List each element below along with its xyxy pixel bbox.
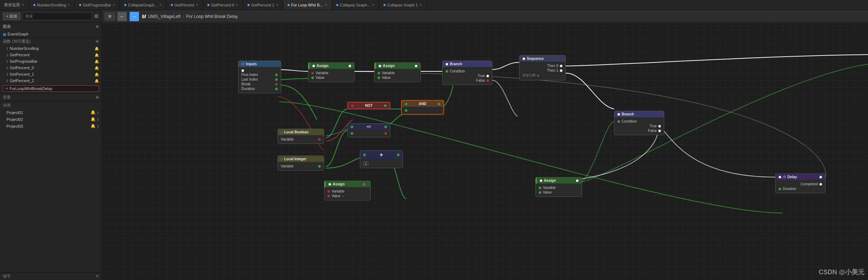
anim-item-2[interactable]: Project03 🔔 ↕ [0,123,102,129]
fn-bell-0: 🔔 [95,47,99,51]
pin-row-b2-false: False [617,129,661,133]
fn-icon-5: ƒ [6,79,8,82]
pin-label-a3-var: Variable [332,189,344,193]
node-inputs[interactable]: ⬡ Inputs First Index Last Index [238,61,281,93]
node-branch2-header: Branch [614,111,664,117]
animation-header: 动画 [0,101,102,109]
sidebar-item-getpercent[interactable]: ƒ GetPercent 🔔 [0,52,102,58]
vars-label: 变量 [3,95,11,100]
sidebar: + 添加 ⚙ 图表 ⊕ ▦ EventGraph 函数 (36可覆盖) ⊕ ƒ … [0,10,102,280]
pin-a4-var-in [539,186,541,189]
sidebar-item-eventgraph[interactable]: ▦ EventGraph [0,31,102,37]
tab-0[interactable]: 数效益图 ✕ [0,0,29,10]
main-area: + 添加 ⚙ 图表 ⊕ ▦ EventGraph 函数 (36可覆盖) ⊕ ƒ … [0,10,868,280]
node-and[interactable]: AND [401,100,444,115]
vars-add-icon[interactable]: ⊕ [96,95,99,100]
sidebar-item-setprogressbar[interactable]: ƒ SetProgressBar 🔔 [0,58,102,65]
canvas-area[interactable]: ⬡ Inputs First Index Last Index [102,23,868,280]
pin-b1-cond [445,70,448,73]
pin-b2-true [658,125,661,128]
node-assign1[interactable]: Assign Variable Value [308,62,355,82]
search-input[interactable] [23,12,92,20]
sidebar-item-getpercent2[interactable]: ƒ GetPercent_2 🔔 [0,77,102,84]
node-assign4-header: Assign [536,177,582,184]
tab-4-label: GetPercent [174,3,194,7]
tab-7[interactable]: For Loop Whit B... ✕ [283,0,332,10]
back-button[interactable]: ← [117,12,127,21]
node-sequence-header: Sequence [520,56,565,62]
sidebar-item-getpercent0[interactable]: ƒ GetPercent_0 🔔 [0,65,102,71]
anim-arr-2: ↕ [97,124,99,128]
pin-label-b2-false: False [648,129,657,133]
fn-label-2: SetProgressBar [10,59,38,63]
tab-2[interactable]: GetProgressBar ✕ [75,0,120,10]
fn-label-3: GetPercent_0 [10,66,34,70]
pin-row-seq-add[interactable]: 添加引脚 ⊕ [522,73,563,78]
seq-add-icon[interactable]: ⊕ [537,74,540,77]
node-lte-header: <= [348,124,390,130]
add-val-1: 1 [363,161,368,166]
gear-icon[interactable]: ⚙ [94,13,99,19]
node-add[interactable]: + 1 [360,150,403,168]
pin-label-b2-cond: Condition [622,119,637,123]
pin-a1-val-in [311,76,314,79]
toolbar-btn-1[interactable]: ⊞ [105,13,115,20]
tab-9[interactable]: Collapse Graph 1 ✕ [379,0,427,10]
pin-not-in [351,104,354,107]
node-assign2-title: Assign [383,64,395,68]
pin-break-out [275,83,278,86]
anim-bell-1: 🔔 [91,117,96,121]
vars-divider: M ForLoopWhitBreakDelay [0,84,102,93]
fn-label-1: GetPercent [10,53,30,57]
node-delay-header: ⏱ Delay [776,174,825,180]
sidebar-item-getpercent1[interactable]: ƒ GetPercent_1 🔔 [0,71,102,77]
anim-item-1[interactable]: Project02 🔔 ↕ [0,116,102,123]
pin-a2-out [415,65,418,67]
sidebar-item-numberscrolling[interactable]: ƒ NumberScrolling 🔔 [0,45,102,52]
tab-8[interactable]: Collapse Graph... ✕ [332,0,380,10]
node-not[interactable]: NOT [347,102,390,109]
pin-b1-in [445,63,448,66]
tab-5[interactable]: GetPercent 0 ✕ [203,0,243,10]
pin-label-b1-true: True [478,74,485,78]
anim-item-0[interactable]: Project01 🔔 ↕ [0,109,102,116]
pin-a3-out-box: ▷ [362,182,367,186]
node-branch1[interactable]: Branch Condition True False [442,61,492,85]
a3-check: ✓ [342,194,345,198]
forward-button[interactable]: → [130,12,139,21]
tab-6[interactable]: GetPercent 1 ✕ [243,0,283,10]
pin-lint-var [318,165,321,168]
tab-bar: 数效益图 ✕ NumberScrolling ✕ GetProgressBar … [0,0,868,10]
node-local-bool[interactable]: □ Local Boolean Variable [278,129,324,144]
sidebar-top: + 添加 ⚙ [0,10,102,23]
tab-3[interactable]: CollapseGraph... ✕ [120,0,167,10]
tab-7-label: For Loop Whit B... [291,3,323,7]
pin-row-seq-then0: Then 0 [522,64,563,68]
tab-6-label: GetPercent 1 [251,3,274,7]
graph-add-icon[interactable]: ⊕ [96,24,99,29]
detail-close-icon[interactable]: ✕ [96,274,99,279]
functions-add-icon[interactable]: ⊕ [96,39,99,44]
fn-bell-1: 🔔 [95,53,99,57]
node-assign4[interactable]: Assign Variable Value [535,177,582,197]
add-button[interactable]: + 添加 [3,13,20,20]
breadcrumb-sep: › [183,14,184,19]
node-delay[interactable]: ⏱ Delay Completed Duration [775,174,825,193]
node-branch2[interactable]: Branch Condition True False [614,111,664,135]
node-sequence[interactable]: Sequence Then 0 Then 1 添加引脚 ⊕ [519,55,566,80]
tab-1-label: NumberScrolling [37,3,66,7]
tab-1[interactable]: NumberScrolling ✕ [29,0,75,10]
node-assign1-header: Assign [308,63,354,69]
pin-a1-out [348,65,351,67]
pin-label-b2-true: True [650,124,657,128]
local-int-icon: □ [281,157,283,161]
active-function-item[interactable]: M ForLoopWhitBreakDelay [3,85,99,92]
pin-label-b1-cond: Condition [450,69,465,73]
node-local-int[interactable]: □ Local Integer Variable [278,156,324,171]
node-assign3[interactable]: Assign ▷ Variable Value ✓ [324,181,371,200]
graph-section: 图表 ⊕ [0,23,102,31]
tab-4[interactable]: GetPercent ✕ [167,0,203,10]
node-lte[interactable]: <= [347,123,390,137]
node-assign2[interactable]: Assign Variable Value [374,62,421,82]
fn-icon-3: ƒ [6,66,8,70]
